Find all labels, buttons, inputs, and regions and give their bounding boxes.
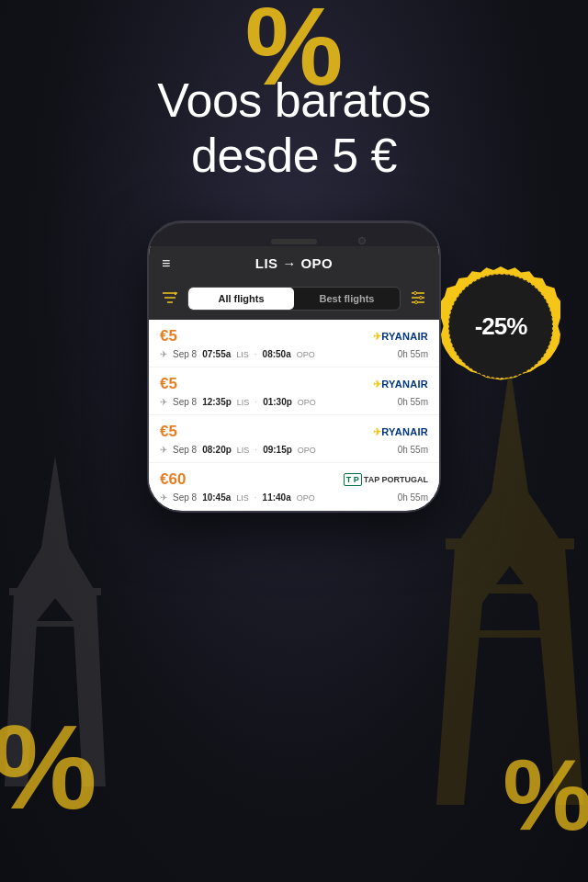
badge-inner: -25%: [448, 274, 553, 379]
flight-duration: 0h 55m: [398, 492, 428, 503]
depart-time: 08:20p: [202, 445, 232, 455]
svg-rect-2: [464, 584, 556, 594]
depart-time: 10:45a: [202, 492, 231, 503]
svg-point-14: [414, 291, 417, 294]
flight-details-row: ✈ Sep 8 12:35p LIS · 01:30p OPO 0h 55m: [160, 397, 428, 407]
ryanair-logo: ✈RYANAIR: [373, 379, 428, 390]
depart-time: 12:35p: [202, 397, 232, 407]
depart-time: 07:55a: [202, 349, 231, 359]
svg-rect-3: [478, 630, 542, 638]
flight-price-row: €60 T P TAP PORTUGAL: [160, 470, 428, 489]
flight-list: €5 ✈RYANAIR ✈ Sep 8 07:55a LIS · 08:50a …: [149, 320, 439, 510]
phone-camera: [358, 237, 366, 244]
flight-price: €5: [160, 327, 177, 345]
arrive-time: 08:50a: [263, 349, 291, 359]
depart-iata: LIS: [237, 398, 250, 407]
flight-date: Sep 8: [173, 349, 197, 359]
flight-duration: 0h 55m: [398, 349, 428, 359]
plane-icon: ✈: [160, 492, 167, 503]
flight-price-row: €5 ✈RYANAIR: [160, 327, 428, 345]
app-header: ≡ LIS → OPO: [149, 246, 439, 280]
flight-card[interactable]: €5 ✈RYANAIR ✈ Sep 8 08:20p LIS · 09:15p …: [149, 415, 439, 462]
depart-iata: LIS: [236, 493, 249, 503]
phone-top-bar: [149, 233, 439, 246]
headline: Voos baratos desde 5 €: [0, 74, 588, 184]
flight-price: €60: [160, 470, 186, 489]
tap-logo: T P TAP PORTUGAL: [344, 473, 428, 486]
flight-duration: 0h 55m: [398, 397, 428, 407]
arrive-iata: OPO: [298, 398, 316, 407]
menu-icon[interactable]: ≡: [162, 255, 170, 272]
depart-iata: LIS: [237, 446, 250, 455]
phone-mockup: ≡ LIS → OPO All flights Best flights: [147, 220, 441, 513]
flight-card[interactable]: €5 ✈RYANAIR ✈ Sep 8 07:55a LIS · 08:50a …: [149, 320, 439, 367]
tab-all-flights[interactable]: All flights: [188, 288, 294, 310]
arrive-time: 01:30p: [263, 397, 292, 407]
plane-icon: ✈: [160, 397, 167, 407]
arrive-iata: OPO: [297, 493, 315, 503]
flight-price-row: €5 ✈RYANAIR: [160, 375, 428, 393]
svg-rect-1: [446, 538, 574, 549]
time-separator: ·: [254, 397, 257, 407]
svg-rect-5: [9, 588, 101, 595]
badge-serrated-border: -25%: [441, 266, 560, 386]
phone-frame: ≡ LIS → OPO All flights Best flights: [147, 220, 441, 513]
svg-rect-6: [21, 621, 89, 627]
phone-speaker: [271, 239, 317, 244]
flight-date: Sep 8: [173, 397, 197, 407]
arrive-iata: OPO: [297, 350, 315, 359]
flight-price-row: €5 ✈RYANAIR: [160, 423, 428, 441]
app-screen: ≡ LIS → OPO All flights Best flights: [149, 246, 439, 511]
filter-bar: All flights Best flights: [149, 280, 439, 320]
flight-price: €5: [160, 423, 177, 441]
flight-duration: 0h 55m: [398, 445, 428, 455]
time-separator: ·: [254, 349, 257, 359]
depart-iata: LIS: [236, 350, 249, 359]
arrive-time: 09:15p: [263, 445, 292, 455]
column-settings-icon[interactable]: [406, 290, 430, 308]
plane-icon: ✈: [160, 349, 167, 359]
percent-bottom-right-icon: %: [503, 744, 588, 845]
flight-details-row: ✈ Sep 8 08:20p LIS · 09:15p OPO 0h 55m: [160, 445, 428, 455]
tab-best-flights[interactable]: Best flights: [294, 288, 400, 310]
svg-point-16: [415, 300, 418, 303]
flight-details-row: ✈ Sep 8 07:55a LIS · 08:50a OPO 0h 55m: [160, 349, 428, 359]
plane-icon: ✈: [160, 445, 167, 455]
badge-text: -25%: [475, 312, 527, 341]
flight-date: Sep 8: [173, 492, 197, 503]
discount-badge: -25%: [441, 266, 560, 386]
arrive-time: 11:40a: [263, 492, 291, 503]
headline-line1: Voos baratos: [157, 74, 431, 127]
svg-point-15: [420, 296, 423, 299]
time-separator: ·: [254, 492, 257, 503]
ryanair-logo: ✈RYANAIR: [373, 426, 428, 438]
flight-card[interactable]: €5 ✈RYANAIR ✈ Sep 8 12:35p LIS · 01:30p …: [149, 368, 439, 414]
headline-line2: desde 5 €: [191, 129, 397, 182]
route-title: LIS → OPO: [255, 255, 334, 271]
arrive-iata: OPO: [298, 446, 316, 455]
percent-bottom-left-icon: %: [0, 707, 97, 827]
time-separator: ·: [254, 445, 257, 455]
ryanair-logo: ✈RYANAIR: [373, 331, 428, 343]
flight-date: Sep 8: [173, 445, 197, 455]
flight-card[interactable]: €60 T P TAP PORTUGAL ✈ Sep 8 10:45a LIS …: [149, 463, 439, 510]
tab-group: All flights Best flights: [187, 287, 401, 311]
flight-price: €5: [160, 375, 177, 393]
flight-details-row: ✈ Sep 8 10:45a LIS · 11:40a OPO 0h 55m: [160, 492, 428, 503]
sort-filter-icon[interactable]: [158, 290, 182, 308]
